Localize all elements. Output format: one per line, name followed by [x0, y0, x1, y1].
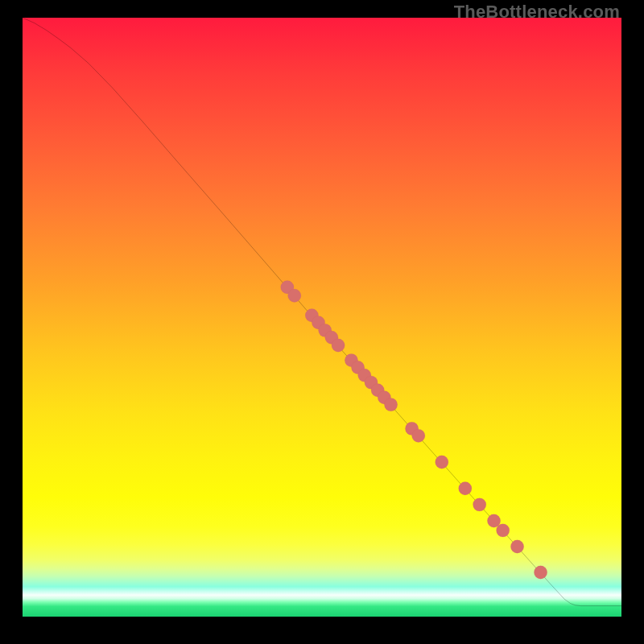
plot-area: [23, 18, 621, 617]
data-marker: [510, 540, 523, 553]
data-marker: [358, 369, 371, 382]
data-marker: [473, 498, 485, 511]
data-marker: [351, 361, 364, 374]
marker-layer: [281, 281, 547, 580]
data-marker: [281, 281, 294, 294]
data-marker: [497, 524, 510, 537]
data-marker: [384, 398, 397, 411]
data-marker: [487, 514, 500, 527]
data-marker: [332, 339, 345, 352]
data-marker: [345, 353, 357, 366]
data-marker: [405, 422, 418, 435]
data-marker: [534, 566, 547, 579]
data-marker: [436, 456, 448, 469]
data-marker: [288, 289, 301, 302]
curve-path: [23, 18, 621, 606]
data-marker: [412, 429, 425, 442]
data-marker: [365, 376, 378, 389]
data-marker: [459, 482, 472, 495]
data-marker: [312, 316, 324, 329]
data-marker: [319, 324, 332, 336]
chart-stage: TheBottleneck.com: [0, 0, 644, 644]
data-marker: [325, 331, 338, 344]
data-marker: [378, 391, 390, 404]
chart-svg: [23, 18, 621, 617]
data-marker: [371, 384, 384, 397]
data-marker: [305, 309, 318, 322]
